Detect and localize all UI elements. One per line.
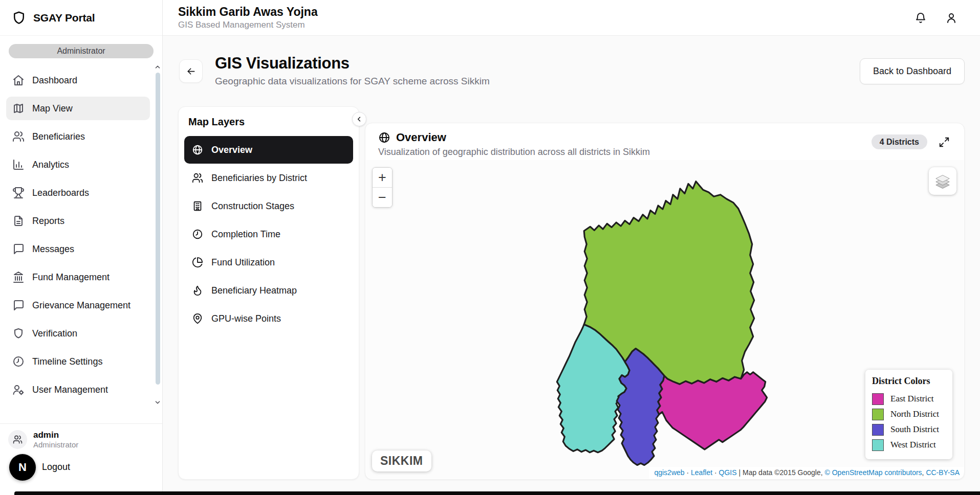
sidebar-nav-item-label: Fund Management <box>32 272 110 283</box>
map-layer-item[interactable]: Completion Time <box>184 220 353 248</box>
overview-title: Overview <box>396 131 446 144</box>
sidebar-nav-item-label: Beneficiaries <box>32 131 85 142</box>
map-layers-title: Map Layers <box>188 116 353 128</box>
zoom-control: + − <box>372 167 393 208</box>
back-to-dashboard-button[interactable]: Back to Dashboard <box>860 58 965 84</box>
sidebar-nav-item[interactable]: Dashboard <box>6 69 150 92</box>
globe-icon <box>378 131 390 144</box>
sidebar-nav-item[interactable]: Fund Management <box>6 265 150 289</box>
sidebar-nav-item-label: Analytics <box>32 160 69 170</box>
pie-chart-icon <box>192 257 203 268</box>
attribution-segment: QGIS <box>719 468 737 477</box>
map-layer-item-label: Construction Stages <box>211 201 294 212</box>
sidebar-nav-item[interactable]: User Management <box>6 378 150 401</box>
sidebar-nav-item-label: Reports <box>32 216 64 227</box>
chart-column-icon <box>12 159 25 171</box>
zoom-out-button[interactable]: − <box>373 188 392 207</box>
map-canvas[interactable]: + − SIKKIM District Colors Ea <box>366 160 964 479</box>
trophy-icon <box>12 187 25 199</box>
map-layer-item[interactable]: GPU-wise Points <box>184 305 353 332</box>
legend-swatch <box>872 424 884 436</box>
region-label: SIKKIM <box>372 451 431 471</box>
sidebar-nav-item-label: Messages <box>32 244 74 255</box>
scrollbar-up-icon[interactable] <box>154 63 161 71</box>
sidebar-nav-item-label: Dashboard <box>32 75 77 86</box>
sidebar-nav-item[interactable]: Map View <box>6 97 150 120</box>
sidebar-nav-item-label: Verification <box>32 328 77 339</box>
shield-icon <box>12 327 25 340</box>
topbar-title: Sikkim Garib Awas Yojna <box>178 5 318 19</box>
legend-row: South District <box>872 422 946 437</box>
arrow-left-icon <box>186 66 197 77</box>
map-layers-list: Overview Beneficiaries by District Const… <box>184 136 353 332</box>
logout-row: N Logout <box>8 453 154 481</box>
map-panel: Overview Visualization of geographic dis… <box>365 123 965 480</box>
map-layer-item-label: Beneficiary Heatmap <box>211 285 297 296</box>
collapse-panel-button[interactable] <box>352 112 366 126</box>
users-icon <box>13 435 23 444</box>
attribution-segment: © OpenStreetMap contributors <box>825 468 922 477</box>
scrollbar-thumb[interactable] <box>156 73 160 385</box>
map-layer-item-label: Completion Time <box>211 229 280 240</box>
attribution-segment: Leaflet <box>691 468 712 477</box>
attribution-segment: · <box>712 468 718 477</box>
district-colors-legend: District Colors East District North Dist… <box>865 370 952 459</box>
page-title: GIS Visualizations <box>215 54 350 73</box>
legend-swatch <box>872 409 884 420</box>
user-cog-icon <box>12 384 25 396</box>
sidebar-nav-item[interactable]: Beneficiaries <box>6 125 150 148</box>
sidebar-nav-item[interactable]: Reports <box>6 209 150 233</box>
sidebar-footer: admin Administrator N Logout <box>0 423 162 491</box>
legend-label: South District <box>890 424 939 435</box>
map-layer-item[interactable]: Beneficiary Heatmap <box>184 277 353 304</box>
logout-button[interactable]: Logout <box>42 462 70 472</box>
message-square-icon <box>12 243 25 255</box>
sidebar-nav: Dashboard Map View Beneficiaries Analyti… <box>0 65 155 406</box>
overview-subtitle: Visualization of geographic distribution… <box>378 147 954 158</box>
zoom-in-button[interactable]: + <box>373 168 392 187</box>
map-layer-item[interactable]: Beneficiaries by District <box>184 164 353 192</box>
back-button[interactable] <box>179 59 203 83</box>
sidebar-nav-item[interactable]: Analytics <box>6 153 150 176</box>
map-layer-item[interactable]: Overview <box>184 136 353 164</box>
expand-icon[interactable] <box>939 137 950 148</box>
sidebar: SGAY Portal Administrator Dashboard Map … <box>0 0 163 495</box>
map-panel-header: Overview Visualization of geographic dis… <box>365 123 964 160</box>
devtools-badge[interactable]: N <box>9 454 36 481</box>
user-row: admin Administrator <box>8 430 154 449</box>
layers-icon <box>933 172 952 190</box>
legend-swatch <box>872 439 884 451</box>
map-layer-item[interactable]: Construction Stages <box>184 192 353 220</box>
sidebar-nav-item[interactable]: Verification <box>6 322 150 345</box>
district-east[interactable] <box>657 372 767 449</box>
legend-label: East District <box>890 394 934 404</box>
sidebar-nav-item[interactable]: Grievance Management <box>6 294 150 317</box>
legend-row: East District <box>872 391 946 407</box>
scrollbar-down-icon[interactable] <box>154 399 161 406</box>
shield-logo-icon <box>11 10 27 26</box>
user-icon[interactable] <box>945 12 957 24</box>
app-title: SGAY Portal <box>33 12 95 24</box>
avatar <box>8 430 27 449</box>
sidebar-nav-item-label: Grievance Management <box>32 300 130 311</box>
user-role: Administrator <box>33 440 78 449</box>
legend-row: West District <box>872 437 946 453</box>
attribution-segment: CC-BY-SA <box>926 468 960 477</box>
map-layer-item-label: Fund Utilization <box>211 257 275 268</box>
map-layers-panel: Map Layers Overview Beneficiaries by Dis… <box>178 106 359 480</box>
file-text-icon <box>12 215 25 227</box>
legend-label: West District <box>890 440 936 450</box>
sidebar-nav-item[interactable]: Messages <box>6 237 150 261</box>
sidebar-nav-item-label: User Management <box>32 385 108 395</box>
home-icon <box>12 74 25 86</box>
sidebar-nav-item[interactable]: Timeline Settings <box>6 350 150 373</box>
bell-icon[interactable] <box>914 12 927 24</box>
map-layer-item[interactable]: Fund Utilization <box>184 249 353 276</box>
user-name: admin <box>33 430 78 440</box>
topbar: Sikkim Garib Awas Yojna GIS Based Manage… <box>163 0 980 36</box>
sidebar-nav-item[interactable]: Leaderboards <box>6 181 150 205</box>
topbar-subtitle: GIS Based Management System <box>178 20 318 30</box>
layers-control-button[interactable] <box>929 167 956 195</box>
users-icon <box>12 130 25 143</box>
map-pin-icon <box>192 313 203 324</box>
